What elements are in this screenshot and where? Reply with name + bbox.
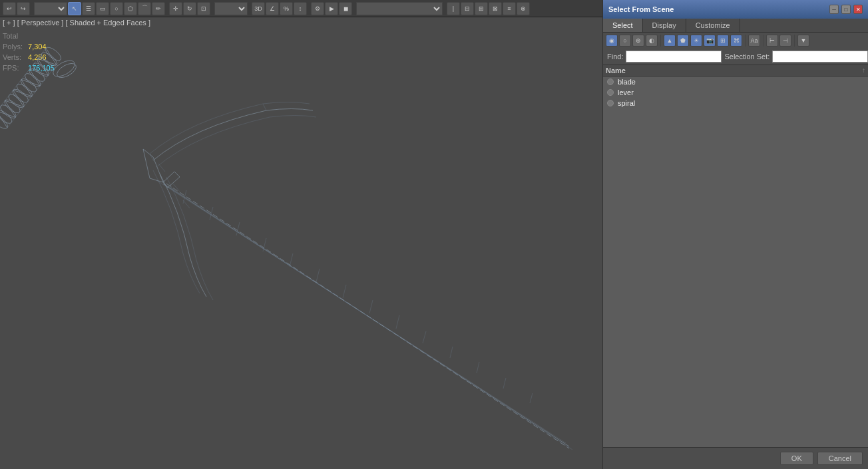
fence-select-button[interactable]: ⬠ (124, 2, 137, 15)
geo-btn[interactable]: ▲ (664, 35, 676, 47)
undo-button[interactable]: ↩ (3, 2, 16, 15)
dialog-title: Select From Scene (608, 5, 674, 13)
dialog-tabs: Select Display Customize (603, 19, 868, 33)
find-label: Find: (607, 53, 623, 61)
view-group: View (214, 2, 248, 15)
cancel-button[interactable]: Cancel (817, 452, 863, 465)
lasso-select-button[interactable]: ⌒ (138, 2, 151, 15)
invert-sel-btn[interactable]: ⊕ (632, 35, 644, 47)
select-object-button[interactable]: ↖ (68, 2, 81, 15)
find-input[interactable] (626, 51, 722, 63)
main-toolbar: ↩ ↪ All ↖ ☰ ▭ ○ ⬠ ⌒ ✏ ✛ ↻ ⊡ View 3D ∠ % … (0, 0, 602, 17)
camera-btn[interactable]: 📷 (704, 35, 716, 47)
case-btn[interactable]: Aa (748, 35, 760, 47)
dialog-titlebar: Select From Scene ─ □ ✕ (603, 0, 868, 19)
tab-select[interactable]: Select (603, 19, 643, 32)
sel-subt-btn[interactable]: ⊣ (779, 35, 791, 47)
light-btn[interactable]: ☀ (690, 35, 702, 47)
transform-group: ✛ ↻ ⊡ (169, 2, 210, 15)
svg-point-17 (51, 57, 77, 80)
close-button[interactable]: ✕ (853, 5, 863, 14)
svg-line-35 (530, 393, 533, 403)
render-group: ⚙ ▶ ◼ (311, 2, 352, 15)
sort-indicator: ↑ (862, 67, 865, 75)
maximize-button[interactable]: □ (841, 5, 851, 14)
item-radio-spiral[interactable] (607, 100, 614, 106)
select-all-btn[interactable]: ◉ (606, 35, 618, 47)
undo-redo-group: ↩ ↪ (3, 2, 30, 15)
svg-line-21 (165, 185, 570, 448)
svg-line-29 (369, 300, 373, 313)
svg-line-19 (170, 187, 572, 450)
dialog-footer: OK Cancel (603, 447, 868, 469)
svg-line-23 (210, 207, 213, 220)
list-item[interactable]: lever (603, 87, 868, 98)
viewport: ↩ ↪ All ↖ ☰ ▭ ○ ⬠ ⌒ ✏ ✛ ↻ ⊡ View 3D ∠ % … (0, 0, 602, 469)
percent-snap-button[interactable]: % (280, 2, 293, 15)
tab-display[interactable]: Display (643, 19, 686, 32)
render-button[interactable]: ▶ (325, 2, 338, 15)
svg-line-36 (166, 184, 569, 448)
ok-button[interactable]: OK (780, 452, 813, 465)
list-header: Name ↑ (603, 65, 868, 77)
select-rotate-button[interactable]: ↻ (183, 2, 196, 15)
svg-line-27 (316, 269, 320, 282)
object-list[interactable]: blade lever spiral (603, 77, 868, 447)
list-item[interactable]: spiral (603, 98, 868, 108)
spacewarp-btn[interactable]: ⌘ (730, 35, 742, 47)
select-none-btn[interactable]: ○ (619, 35, 631, 47)
svg-line-30 (396, 315, 399, 329)
snap3d-button[interactable]: 3D (252, 2, 265, 15)
select-scale-button[interactable]: ⊡ (197, 2, 210, 15)
tool6-button[interactable]: ⊗ (517, 2, 530, 15)
redo-button[interactable]: ↪ (17, 2, 30, 15)
select-sub-btn[interactable]: ◐ (646, 35, 658, 47)
tab-customize[interactable]: Customize (686, 19, 740, 32)
svg-line-31 (423, 331, 426, 343)
angle-snap-button[interactable]: ∠ (266, 2, 279, 15)
sep2 (745, 35, 746, 47)
blade (156, 180, 572, 450)
shape-btn[interactable]: ⬟ (677, 35, 689, 47)
dialog-find-row: Find: Selection Set: ▼ H + ≡ (603, 49, 868, 65)
rect-select-button[interactable]: ▭ (96, 2, 109, 15)
tool5-button[interactable]: ≡ (503, 2, 516, 15)
filter-icon-btn[interactable]: ▼ (797, 35, 809, 47)
list-item[interactable]: blade (603, 77, 868, 87)
name-column-header[interactable]: Name (606, 67, 862, 75)
filter-dropdown[interactable]: All (34, 2, 67, 15)
select-move-button[interactable]: ✛ (169, 2, 182, 15)
window-buttons: ─ □ ✕ (828, 5, 863, 14)
item-name-blade: blade (618, 78, 636, 86)
dialog-toolbar: ◉ ○ ⊕ ◐ ▲ ⬟ ☀ 📷 ⊞ ⌘ Aa ⊢ ⊣ ▼ (603, 33, 868, 49)
view-dropdown[interactable]: View (214, 2, 248, 15)
tool1-button[interactable]: | (447, 2, 460, 15)
sep1 (660, 35, 661, 47)
tool2-button[interactable]: ⊟ (461, 2, 474, 15)
sep3 (763, 35, 763, 47)
item-radio-blade[interactable] (607, 78, 614, 85)
svg-line-28 (343, 285, 346, 298)
create-selection-group: Create Selection S... (356, 2, 443, 15)
item-name-lever: lever (618, 88, 634, 96)
guard (150, 102, 316, 301)
spinner-snap-button[interactable]: ↕ (294, 2, 307, 15)
tool4-button[interactable]: ⊠ (489, 2, 502, 15)
svg-line-32 (450, 347, 453, 358)
display-subt-btn[interactable]: ⊢ (766, 35, 778, 47)
paint-select-button[interactable]: ✏ (152, 2, 165, 15)
extra-tools-group: | ⊟ ⊞ ⊠ ≡ ⊗ (447, 2, 530, 15)
item-radio-lever[interactable] (607, 89, 614, 96)
render-viewport-button[interactable]: ◼ (339, 2, 352, 15)
svg-line-34 (503, 378, 506, 389)
select-from-scene-dialog: Select From Scene ─ □ ✕ Select Display C… (602, 0, 868, 469)
tool3-button[interactable]: ⊞ (475, 2, 488, 15)
circle-select-button[interactable]: ○ (110, 2, 123, 15)
snap-group: 3D ∠ % ↕ (252, 2, 307, 15)
create-selection-dropdown[interactable]: Create Selection S... (356, 2, 443, 15)
select-by-name-button[interactable]: ☰ (82, 2, 95, 15)
selection-set-input[interactable] (772, 51, 868, 63)
minimize-button[interactable]: ─ (829, 5, 839, 14)
render-setup-button[interactable]: ⚙ (311, 2, 324, 15)
helper-btn[interactable]: ⊞ (717, 35, 729, 47)
